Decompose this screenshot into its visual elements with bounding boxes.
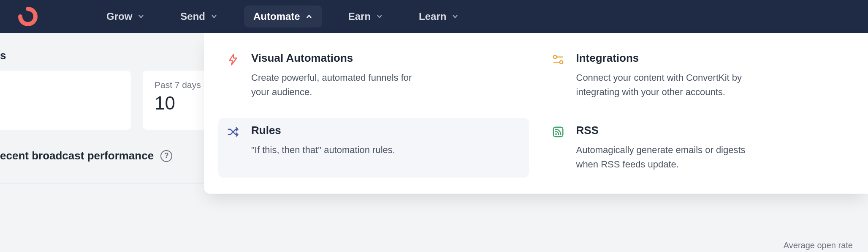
- chevron-down-icon: [210, 13, 218, 20]
- nav-label: Earn: [348, 11, 371, 22]
- shuffle-icon: [226, 125, 240, 139]
- logo-icon: [18, 6, 38, 27]
- dropdown-item-desc: "If this, then that" automation rules.: [251, 143, 395, 157]
- stat-card-blank: [0, 71, 131, 130]
- automate-dropdown: Visual Automations Create powerful, auto…: [204, 33, 868, 194]
- chevron-down-icon: [451, 13, 459, 20]
- chevron-up-icon: [305, 13, 313, 20]
- nav-label: Automate: [253, 11, 300, 22]
- dropdown-item-rules[interactable]: Rules "If this, then that" automation ru…: [218, 118, 529, 178]
- integrations-icon: [551, 52, 565, 67]
- nav-label: Grow: [106, 11, 132, 22]
- dropdown-item-title: Visual Automations: [251, 52, 429, 65]
- nav-item-earn[interactable]: Earn: [339, 5, 393, 27]
- avg-open-rate-label: Average open rate: [784, 241, 853, 250]
- svg-rect-2: [553, 127, 563, 137]
- chevron-down-icon: [137, 13, 145, 20]
- dropdown-item-title: RSS: [576, 124, 754, 137]
- nav-item-automate[interactable]: Automate: [244, 5, 322, 27]
- dropdown-item-title: Integrations: [576, 52, 754, 65]
- dropdown-item-integrations[interactable]: Integrations Connect your content with C…: [543, 46, 854, 105]
- nav-label: Learn: [419, 11, 446, 22]
- rss-icon: [551, 125, 565, 139]
- logo[interactable]: [18, 6, 38, 27]
- bolt-icon: [226, 52, 240, 67]
- dropdown-item-desc: Connect your content with ConvertKit by …: [576, 71, 754, 99]
- dropdown-item-desc: Automagically generate emails or digests…: [576, 143, 754, 172]
- nav-item-learn[interactable]: Learn: [410, 5, 468, 27]
- svg-point-3: [555, 133, 557, 135]
- dropdown-item-title: Rules: [251, 124, 395, 137]
- help-icon[interactable]: ?: [160, 150, 172, 162]
- chevron-down-icon: [376, 13, 383, 20]
- nav-label: Send: [180, 11, 205, 22]
- section-title: ecent broadcast performance: [0, 149, 154, 162]
- dropdown-item-rss[interactable]: RSS Automagically generate emails or dig…: [543, 118, 854, 178]
- dropdown-item-desc: Create powerful, automated funnels for y…: [251, 71, 429, 99]
- nav-items: Grow Send Automate Earn Learn: [97, 5, 468, 27]
- nav-item-send[interactable]: Send: [171, 5, 227, 27]
- dropdown-item-visual-automations[interactable]: Visual Automations Create powerful, auto…: [218, 46, 529, 105]
- top-navbar: Grow Send Automate Earn Learn: [0, 0, 868, 33]
- nav-item-grow[interactable]: Grow: [97, 5, 154, 27]
